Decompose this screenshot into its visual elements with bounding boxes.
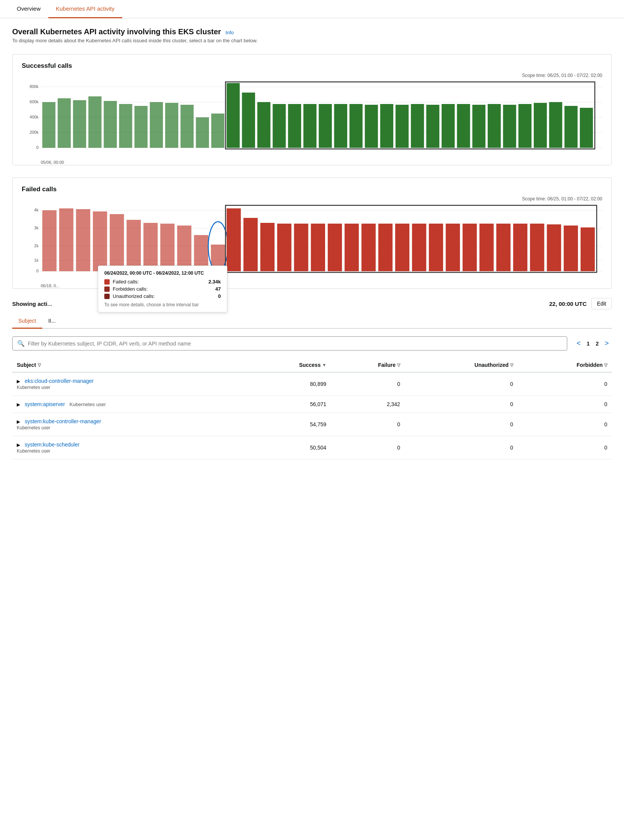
tooltip-row-forbidden: Forbidden calls: 47 [104,286,221,292]
svg-rect-34 [411,104,424,148]
svg-rect-39 [488,104,501,148]
tooltip-value-unauthorized: 0 [218,293,221,299]
successful-calls-chart[interactable]: 800k 600k 400k 200k 0 [22,81,602,157]
successful-calls-x-label: 05/06, 00:00 [41,160,602,165]
svg-rect-84 [479,224,493,271]
subject-sort-icon: ▽ [38,363,41,368]
row-3-subject: ▶ system:kube-controller-manager Kuberne… [12,413,245,436]
svg-rect-16 [134,106,147,148]
search-input-wrapper[interactable]: 🔍 [12,336,567,350]
svg-text:200k: 200k [30,130,39,134]
row-2-expand[interactable]: ▶ [17,402,20,407]
svg-rect-75 [328,224,342,271]
row-1-forbidden: 0 [518,372,612,396]
svg-text:1k: 1k [34,258,39,262]
row-3-failure: 0 [331,413,405,436]
row-1-unauthorized: 0 [405,372,518,396]
svg-rect-11 [57,98,70,148]
main-content: Overall Kubernetes API activity involvin… [0,18,624,469]
tab-kubernetes-api-activity[interactable]: Kubernetes API activity [48,0,122,18]
tab-overview[interactable]: Overview [9,0,48,18]
failed-calls-title: Failed calls [22,186,602,193]
page-title: Overall Kubernetes API activity involvin… [12,27,221,36]
svg-text:3k: 3k [34,226,39,230]
svg-rect-72 [277,224,291,271]
svg-text:600k: 600k [30,99,39,104]
row-3-expand[interactable]: ▶ [17,419,20,424]
successful-calls-title: Successful calls [22,62,602,70]
row-2-success: 56,071 [245,396,331,413]
svg-rect-37 [457,104,470,148]
info-link[interactable]: Info [225,30,234,35]
svg-rect-90 [581,227,595,271]
svg-rect-89 [564,226,578,271]
svg-rect-31 [365,105,378,148]
tooltip-label-forbidden: Forbidden calls: [113,286,215,292]
activity-text: Showing acti... [12,301,52,307]
svg-rect-27 [303,104,316,148]
svg-rect-26 [288,104,301,148]
svg-rect-20 [196,117,209,148]
col-success[interactable]: Success ▼ [245,358,331,372]
row-1-subject-type: Kubernetes user [17,385,240,390]
total-pages: 2 [596,341,599,347]
col-subject[interactable]: Subject ▽ [12,358,245,372]
svg-rect-19 [180,105,193,148]
failed-calls-chart[interactable]: 4k 3k 2k 1k 0 [22,205,602,281]
svg-rect-63 [144,223,158,271]
row-2-subject-link[interactable]: system:apiserver [25,401,65,407]
svg-rect-22 [227,83,239,148]
sub-tab-subject[interactable]: Subject [12,314,42,329]
svg-rect-43 [549,102,562,148]
successful-calls-scope: Scope time: 06/25, 01:00 - 07/22, 02:00 [22,73,602,78]
row-3-subject-link[interactable]: system:kube-controller-manager [25,418,101,424]
search-icon: 🔍 [17,340,25,347]
svg-rect-25 [273,104,286,148]
sub-tab-ii[interactable]: II... [42,314,62,329]
search-input[interactable] [28,341,562,347]
main-tabs: Overview Kubernetes API activity [0,0,624,18]
edit-button[interactable]: Edit [591,298,612,309]
svg-rect-73 [294,224,308,271]
row-4-subject-link[interactable]: system:kube-scheduler [25,442,80,448]
svg-rect-69 [227,208,241,271]
row-1-subject-link[interactable]: eks:cloud-controller-manager [25,378,94,384]
table-body: ▶ eks:cloud-controller-manager Kubernete… [12,372,612,459]
svg-rect-30 [350,104,362,148]
svg-rect-24 [257,102,270,148]
prev-page-button[interactable]: < [573,338,584,349]
chart-tooltip: 06/24/2022, 00:00 UTC - 06/24/2022, 12:0… [98,266,227,312]
svg-rect-45 [580,108,593,148]
row-3-subject-type: Kubernetes user [17,425,240,430]
table-header: Subject ▽ Success ▼ Failure ▽ [12,358,612,372]
svg-rect-13 [88,96,101,148]
svg-rect-12 [73,100,86,148]
svg-text:4k: 4k [34,208,39,212]
svg-rect-35 [426,105,439,148]
col-failure[interactable]: Failure ▽ [331,358,405,372]
svg-rect-85 [496,224,511,271]
svg-rect-21 [211,114,224,148]
col-forbidden[interactable]: Forbidden ▽ [518,358,612,372]
svg-text:400k: 400k [30,115,39,119]
svg-rect-36 [442,104,455,148]
row-1-expand[interactable]: ▶ [17,379,20,384]
failed-calls-scope: Scope time: 06/25, 01:00 - 07/22, 02:00 [22,196,602,202]
failure-sort-icon: ▽ [397,363,400,368]
data-table: Subject ▽ Success ▼ Failure ▽ [12,358,612,459]
svg-rect-28 [319,104,332,148]
svg-text:0: 0 [36,145,38,150]
table-row: ▶ system:apiserver Kubernetes user 56,07… [12,396,612,413]
svg-rect-77 [361,224,375,271]
row-4-success: 50,504 [245,436,331,459]
forbidden-sort-icon: ▽ [604,363,607,368]
svg-rect-10 [42,102,55,148]
col-unauthorized[interactable]: Unauthorized ▽ [405,358,518,372]
row-4-expand[interactable]: ▶ [17,442,20,448]
svg-rect-42 [534,103,547,148]
next-page-button[interactable]: > [602,338,612,349]
successful-calls-section: Successful calls Scope time: 06/25, 01:0… [12,54,612,165]
row-4-unauthorized: 0 [405,436,518,459]
svg-rect-79 [395,224,409,271]
success-sort-icon: ▼ [322,363,326,367]
